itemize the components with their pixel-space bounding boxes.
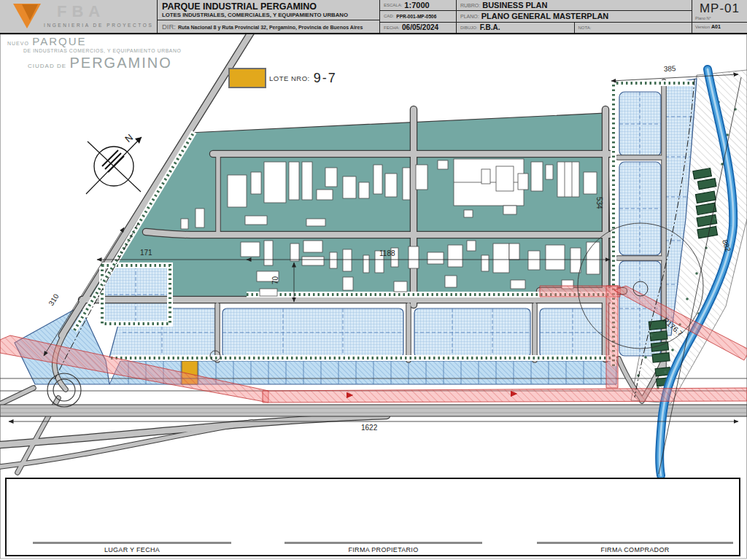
signature-label-owner: FIRMA PROPIETARIO	[285, 546, 482, 553]
dim-171: 171	[140, 249, 152, 257]
site-plan-drawing: 1188 171 70 385 534 882 310 1622 R176.7 …	[0, 0, 747, 560]
rubro-value: BUSINESS PLAN	[482, 1, 547, 9]
version-value: A01	[711, 24, 721, 29]
dim-1622: 1622	[361, 424, 378, 432]
highway	[0, 405, 747, 416]
watermark-line2: DE INDUSTRIAS COMERCIOS, Y EQUIPAMIENTO …	[23, 49, 181, 54]
date-value: 06/05/2024	[402, 23, 438, 31]
plano-label: PLANO:	[460, 14, 479, 19]
date-label: FECHA:	[384, 26, 400, 30]
dim-385: 385	[664, 64, 677, 73]
version-row: VersionA01	[692, 22, 747, 29]
nota-label: NOTA:	[578, 26, 592, 30]
scale-label: ESCALA:	[384, 3, 402, 7]
signature-label-buyer: FIRMA COMPRADOR	[537, 546, 733, 553]
address-label: DIR:	[162, 23, 176, 31]
sheet-code: MP-01	[692, 0, 747, 16]
legend-lot-number: 9-7	[314, 71, 337, 86]
project-cell: PARQUE INDUSTRIAL PERGAMINO LOTES INDUST…	[157, 0, 379, 33]
brand-tagline: INGENIERIA DE PROYECTOS	[44, 23, 153, 28]
address-value: Ruta Nacional 8 y Ruta Provincial 32, Pe…	[178, 25, 363, 30]
sheet-code-cell: MP-01 Plano N° VersionA01	[692, 0, 747, 33]
cad-label: CAD:	[384, 14, 394, 18]
island-lot	[102, 265, 170, 324]
legend-label: LOTE NRO:	[269, 74, 310, 82]
logo-cell: FBA INGENIERIA DE PROYECTOS	[0, 0, 157, 33]
signature-label-place-date: LUGAR Y FECHA	[33, 546, 231, 553]
lot-legend: LOTE NRO: 9-7	[228, 68, 337, 88]
signature-line-buyer	[537, 542, 733, 544]
dim-70: 70	[271, 276, 279, 284]
dibujo-label: DIBUJO:	[460, 26, 478, 30]
watermark-prefix1: NUEVO	[7, 41, 29, 46]
company-logo-inner-icon	[22, 4, 38, 20]
plan-cell: RUBRO:BUSINESS PLAN PLANO:PLANO GENERAL …	[456, 0, 692, 33]
signature-box: LUGAR Y FECHA FIRMA PROPIETARIO FIRMA CO…	[5, 478, 740, 556]
watermark-title2: PERGAMINO	[69, 55, 171, 71]
scale-value: 1:7000	[404, 1, 429, 9]
plano-value: PLANO GENERAL MASTERPLAN	[481, 12, 609, 20]
lot-color-swatch	[228, 68, 266, 88]
dim-534: 534	[595, 197, 603, 209]
rubro-label: RUBRO:	[460, 3, 480, 8]
meta-cell: ESCALA:1:7000 CAD:PPR-001-MP-0506 FECHA:…	[379, 0, 456, 33]
project-title: PARQUE INDUSTRIAL PERGAMINO	[158, 0, 379, 12]
signature-line-owner	[285, 542, 482, 544]
dim-1188: 1188	[379, 249, 395, 257]
watermark-prefix2: CIUDAD DE	[28, 63, 66, 69]
brand-name: FBA	[57, 2, 105, 21]
sheet-number-label: Plano N°	[692, 16, 747, 20]
watermark-title1: PARQUE	[32, 35, 86, 47]
project-subtitle: LOTES INDUSTRIALES, COMERCIALES, Y EQUIP…	[158, 12, 379, 20]
dibujo-value: F.B.A.	[480, 23, 500, 31]
masterplan-sheet: 1188 171 70 385 534 882 310 1622 R176.7 …	[0, 0, 747, 560]
project-watermark: NUEVO PARQUE DE INDUSTRIAS COMERCIOS, Y …	[7, 36, 181, 70]
address-row: DIR:Ruta Nacional 8 y Ruta Provincial 32…	[158, 20, 379, 31]
title-block: FBA INGENIERIA DE PROYECTOS PARQUE INDUS…	[0, 0, 747, 34]
version-label: Version	[695, 25, 710, 29]
signature-line-place-date	[33, 542, 231, 544]
cad-value: PPR-001-MP-0506	[396, 14, 436, 19]
